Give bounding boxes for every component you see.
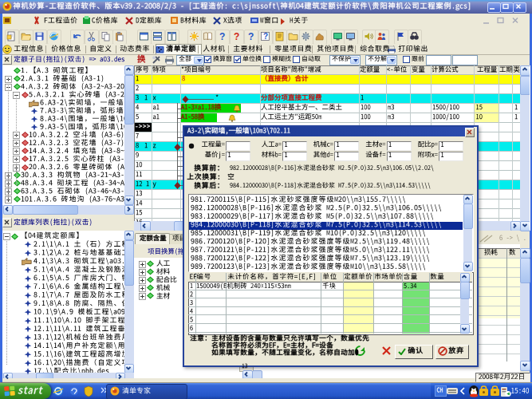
svg-text:?: ? <box>234 31 239 41</box>
svg-text:?: ? <box>219 31 225 41</box>
svg-text:?: ? <box>248 31 254 41</box>
svg-text:?: ? <box>263 32 268 41</box>
